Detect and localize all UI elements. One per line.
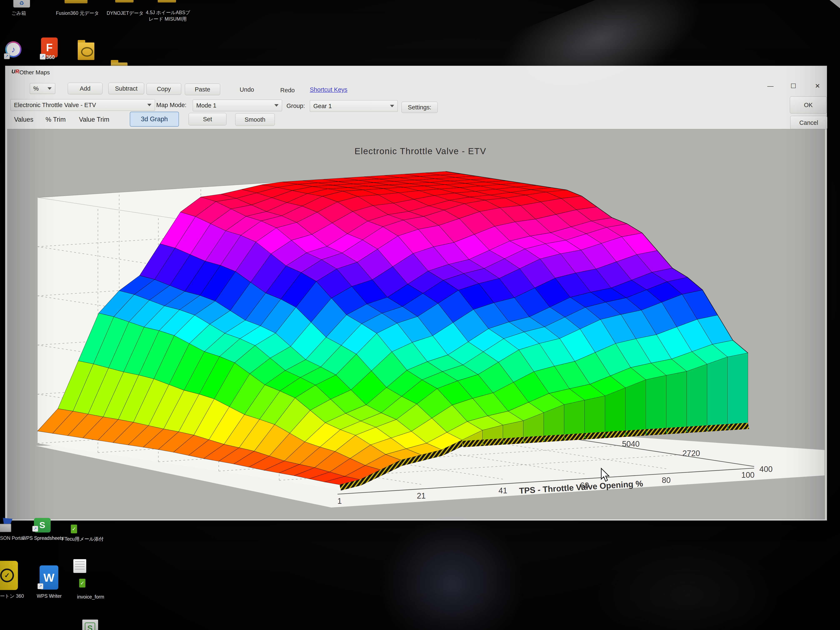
screen-glare: [594, 542, 781, 630]
chevron-down-icon: [147, 104, 152, 106]
tab-values[interactable]: Values: [8, 113, 39, 126]
desktop-icon[interactable]: 4.5J ホイールABSブ レード MISUMI用: [146, 9, 189, 22]
maximize-button[interactable]: ☐: [788, 82, 798, 90]
folder-icon[interactable]: [158, 0, 176, 3]
chevron-down-icon: [390, 105, 394, 107]
minimize-button[interactable]: —: [766, 82, 775, 90]
window-titlebar[interactable]: UR Other Maps: [5, 66, 827, 77]
desktop-icon-label[interactable]: Fusion360 元データ: [51, 10, 104, 16]
monitor-photo: ♻ ごみ箱 Fusion360 元データ DYNOJETデータ 4.5J ホイー…: [0, 0, 840, 630]
close-button[interactable]: ✕: [813, 82, 822, 90]
subtract-button[interactable]: Subtract: [108, 83, 144, 95]
other-maps-window: UR Other Maps — ☐ ✕ 5.0 ▲▼ % Add Subtrac…: [5, 66, 827, 521]
desktop-icon-label[interactable]: ートン 360: [0, 593, 23, 599]
mail-attachment-file-icon[interactable]: [73, 559, 86, 573]
group-select[interactable]: Gear 1: [310, 100, 398, 112]
desktop-icon-label[interactable]: WPS Writer: [30, 593, 68, 599]
map-select-value: Electronic Throttle Valve - ETV: [14, 102, 96, 109]
check-badge-icon: ✓: [79, 579, 85, 587]
shortcut-arrow-icon: ↗: [38, 583, 43, 589]
undo-button[interactable]: Undo: [234, 85, 259, 94]
folder-icon[interactable]: [115, 0, 134, 3]
tab-percent-trim[interactable]: % Trim: [41, 113, 70, 126]
map-mode-label: Map Mode:: [156, 102, 186, 109]
shortcut-keys-link[interactable]: Shortcut Keys: [310, 86, 347, 93]
chevron-down-icon: [47, 87, 52, 90]
shortcut-arrow-icon: ↗: [4, 53, 10, 59]
app-logo-icon: UR: [11, 68, 19, 76]
map-mode-select[interactable]: Mode 1: [193, 99, 282, 111]
desktop-icon-label[interactable]: WPS Spreadsheets: [19, 535, 67, 541]
fusion360-badge: 360: [46, 54, 55, 60]
check-badge-icon: ✓: [71, 524, 77, 533]
ok-button[interactable]: OK: [790, 96, 827, 114]
redo-button[interactable]: Redo: [276, 85, 299, 95]
group-label: Group:: [286, 103, 305, 109]
tab-value-trim[interactable]: Value Trim: [72, 113, 116, 126]
window-title: Other Maps: [19, 69, 50, 76]
trim-unit-select[interactable]: %: [30, 83, 55, 94]
invoice-form-file-icon[interactable]: S: [82, 620, 98, 630]
desktop-icon-label[interactable]: DYNOJETデータ: [107, 10, 142, 16]
shortcut-arrow-icon: ↗: [40, 54, 46, 60]
desktop-icon-label[interactable]: invoice_form: [72, 594, 109, 600]
graph-panel[interactable]: [7, 129, 825, 519]
copy-button[interactable]: Copy: [147, 83, 181, 95]
fusion360-icon[interactable]: F ↗ 360: [41, 38, 58, 57]
settings-button[interactable]: Settings:: [401, 102, 438, 113]
monitor-corner-artifact: [830, 0, 840, 8]
folder-icon[interactable]: [65, 0, 87, 3]
folder-emblem: [81, 47, 93, 57]
norton-360-icon[interactable]: ✓: [0, 561, 18, 590]
set-button[interactable]: Set: [188, 113, 226, 125]
desktop-icon-label[interactable]: ごみ箱: [8, 10, 29, 16]
map-mode-value: Mode 1: [196, 102, 216, 109]
group-value: Gear 1: [313, 103, 332, 110]
add-button[interactable]: Add: [68, 83, 103, 95]
spreadsheet-s-emblem: S: [85, 622, 95, 630]
smooth-button[interactable]: Smooth: [235, 113, 275, 126]
itunes-icon[interactable]: ♪ ↗: [5, 41, 22, 57]
tab-3d-graph[interactable]: 3d Graph: [130, 112, 179, 127]
cancel-button[interactable]: Cancel: [790, 116, 827, 129]
screen-glare: [379, 515, 525, 630]
paste-button[interactable]: Paste: [185, 84, 220, 95]
desktop-icon-label-line2: レード MISUMI用: [146, 16, 189, 22]
printer-icon: [0, 524, 11, 532]
folder-icon[interactable]: [78, 40, 95, 60]
trim-unit-value: %: [33, 85, 39, 92]
desktop-icon-label: 4.5J ホイールABSブ: [146, 9, 189, 16]
recycle-bin-icon[interactable]: ♻: [13, 0, 30, 8]
chevron-down-icon: [275, 104, 278, 107]
shortcut-arrow-icon: ↗: [32, 526, 38, 532]
desktop-icon-label[interactable]: FTecu用メール添付: [62, 536, 101, 542]
map-select[interactable]: Electronic Throttle Valve - ETV: [10, 99, 155, 111]
